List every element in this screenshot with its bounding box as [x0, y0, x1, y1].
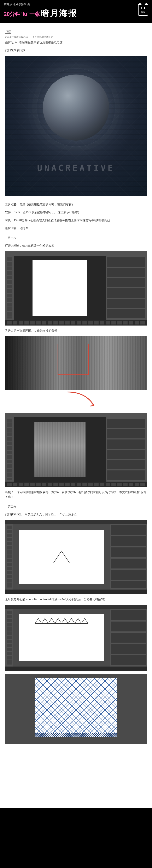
pattern-result-image	[5, 674, 147, 744]
prep-assets: 素材准备：见附件	[5, 226, 147, 230]
ai-panels-icon	[110, 609, 147, 666]
foreword-quote: 正如毛主席教导我们的：一切反动派都是纸老虎	[5, 36, 147, 39]
one-sheet: 一张	[29, 10, 40, 18]
step1-text3: 当然了，你问我肌理素材如何获得，方法a：百度 方法b：有扫描仪的童鞋可以diy …	[5, 490, 147, 499]
triangle-row	[35, 618, 88, 624]
foreword-label: _前言	[5, 30, 11, 34]
dock-icon	[5, 482, 147, 487]
step2-text2: 之后就是开心的 control+c control+d 排满一张a3大小的页面（…	[5, 597, 147, 601]
step1-text2: 丢进去第一张肌理图片，作为海报的背景	[5, 329, 147, 333]
ps-panels-icon	[106, 417, 147, 482]
texture-source-image	[5, 336, 147, 390]
texture-on-canvas	[34, 422, 85, 477]
ps-panels-icon	[106, 256, 147, 320]
step1-text1: 打开ps和ai，在ps里新建一个a3的文档	[5, 243, 147, 248]
dock-icon	[5, 320, 147, 326]
moon-graphic	[43, 74, 109, 141]
content-area: _前言 正如毛主席教导我们的：一切反动派都是纸老虎 任何做diao看起来很复杂的…	[0, 24, 152, 808]
arrow-icon	[65, 390, 102, 411]
step2-text1: 我们转到ai里，用多边形工具，回车画出一个小三角形△	[5, 512, 147, 517]
prep-tools: 工具准备：电脑（硬要用铅笔画的同鞋，请出门右转）	[5, 202, 147, 207]
prep-time: 时长：15~20分钟（心细而较真的童鞋请忽视截图右上角时间这是写教程时间好么）	[5, 218, 147, 222]
triangle-pattern-fill	[35, 678, 117, 738]
lu-pink: 'lu'	[21, 11, 29, 17]
step2-label: 第二步	[5, 505, 147, 508]
single-triangle-shape	[53, 551, 70, 563]
ai-screenshot-triangle	[5, 520, 147, 594]
ai-toolbar-icon	[5, 524, 13, 590]
issue-number: 猫九设计分享第05期	[4, 2, 148, 6]
dock-icon	[5, 666, 147, 671]
ai-panels-icon	[110, 524, 147, 590]
main-title: 暗月海报	[41, 7, 77, 19]
foreword-line1: 任何做diao看起来很复杂的玩意也都是纸老虎	[5, 40, 147, 44]
poster-text: UNACREATIVE	[37, 163, 115, 173]
ai-screenshot-row	[5, 605, 147, 671]
time-pink: 20分钟	[4, 10, 21, 18]
title-row: 20分钟 'lu' 一张 暗月海报	[4, 7, 148, 19]
arrow-zone	[5, 393, 147, 410]
dock-icon	[5, 590, 147, 594]
blank-a3-doc	[32, 260, 87, 316]
logo-text: 猫九	[141, 10, 145, 13]
ai-toolbar-icon	[5, 609, 13, 666]
ps-toolbar-icon	[5, 256, 14, 320]
ps-toolbar-icon	[5, 417, 14, 482]
foreword-line2: 我们先来看疗效	[5, 48, 147, 53]
step1-label: 第一步	[5, 236, 147, 240]
ps-screenshot-texture	[5, 413, 147, 487]
header: 猫九设计分享第05期 20分钟 'lu' 一张 暗月海报 猫九	[0, 0, 152, 24]
cat-logo-icon: 猫九	[138, 4, 148, 16]
prep-software: 软件：ps ai（基本cs以后的版本都可以，这里演示cc版本）	[5, 210, 147, 214]
ps-screenshot-newdoc	[5, 251, 147, 326]
hero-poster-image: UNACREATIVE	[5, 56, 147, 196]
crop-highlight-box	[57, 344, 89, 375]
